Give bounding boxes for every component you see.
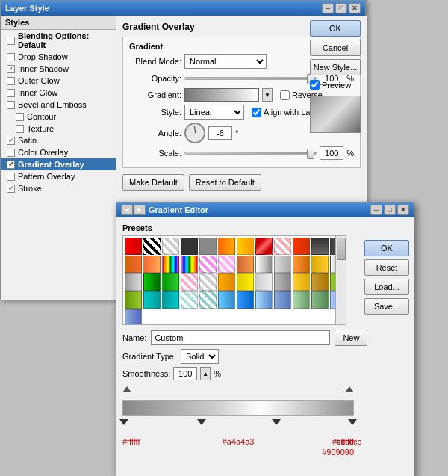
preset-swatch-29[interactable]: [218, 273, 235, 291]
sidebar-item-pattern-overlay[interactable]: Pattern Overlay: [1, 170, 116, 182]
preset-swatch-43[interactable]: [255, 291, 273, 309]
sidebar-item-inner-shadow[interactable]: ✓Inner Shadow: [1, 63, 116, 75]
checkbox-gradient-overlay[interactable]: ✓: [7, 161, 15, 169]
make-default-button[interactable]: Make Default: [122, 174, 184, 191]
align-layer-checkbox[interactable]: [252, 108, 261, 117]
preset-swatch-36[interactable]: [125, 291, 142, 309]
opacity-stop-left[interactable]: [122, 386, 131, 392]
preset-swatch-30[interactable]: [237, 273, 254, 291]
preset-swatch-25[interactable]: [143, 273, 161, 291]
ge-maximize-button[interactable]: □: [384, 205, 396, 215]
scale-slider-thumb[interactable]: [307, 149, 314, 159]
checkbox-stroke[interactable]: ✓: [7, 185, 15, 193]
scale-slider-track[interactable]: [184, 152, 317, 155]
preset-swatch-22[interactable]: [311, 256, 329, 273]
preset-swatch-42[interactable]: [237, 291, 254, 309]
smoothness-input[interactable]: [173, 367, 197, 380]
color-stop-100[interactable]: [348, 419, 357, 425]
preset-swatch-13[interactable]: [143, 256, 161, 273]
sidebar-item-blending-options[interactable]: Blending Options: Default: [1, 30, 116, 51]
preset-swatch-26[interactable]: [162, 273, 179, 291]
preset-swatch-16[interactable]: [199, 256, 217, 273]
preset-swatch-14[interactable]: [162, 256, 179, 273]
opacity-slider-track[interactable]: [184, 77, 317, 80]
angle-widget[interactable]: [184, 123, 205, 143]
checkbox-pattern-overlay[interactable]: [7, 173, 15, 181]
preset-swatch-0[interactable]: [125, 238, 142, 255]
preset-swatch-31[interactable]: [255, 273, 273, 291]
name-input[interactable]: [151, 330, 330, 345]
back-arrow[interactable]: ◄: [121, 205, 133, 215]
preset-swatch-17[interactable]: [218, 256, 235, 273]
ge-save-button[interactable]: Save...: [364, 298, 409, 315]
sidebar-item-color-overlay[interactable]: Color Overlay: [1, 146, 116, 158]
sidebar-item-contour[interactable]: Contour: [1, 111, 116, 123]
checkbox-bevel-emboss[interactable]: [7, 101, 15, 109]
checkbox-color-overlay[interactable]: [7, 149, 15, 157]
checkbox-satin[interactable]: ✓: [7, 137, 15, 145]
new-button[interactable]: New: [335, 330, 367, 346]
color-stop-33[interactable]: [197, 419, 206, 425]
preview-checkbox[interactable]: [310, 80, 320, 90]
smoothness-step-btn[interactable]: ▲: [200, 367, 211, 380]
new-style-button[interactable]: New Style...: [310, 59, 361, 75]
forward-arrow[interactable]: ►: [134, 205, 146, 215]
preset-swatch-1[interactable]: [143, 238, 161, 255]
sidebar-item-satin[interactable]: ✓Satin: [1, 135, 116, 146]
preset-swatch-27[interactable]: [181, 273, 198, 291]
cancel-button[interactable]: Cancel: [310, 40, 361, 56]
preset-swatch-37[interactable]: [143, 291, 161, 309]
preset-swatch-4[interactable]: [199, 238, 217, 255]
preset-swatch-2[interactable]: [162, 238, 179, 255]
reset-to-default-button[interactable]: Reset to Default: [189, 174, 261, 191]
ge-minimize-button[interactable]: ─: [370, 205, 382, 215]
gradient-preview[interactable]: [184, 88, 259, 102]
preset-swatch-5[interactable]: [218, 238, 235, 255]
scale-input[interactable]: [320, 146, 343, 160]
preset-swatch-15[interactable]: [181, 256, 198, 273]
ge-close-button[interactable]: ✕: [397, 205, 409, 215]
sidebar-item-bevel-emboss[interactable]: Bevel and Emboss: [1, 99, 116, 111]
preset-swatch-28[interactable]: [199, 273, 217, 291]
preset-swatch-20[interactable]: [274, 256, 291, 273]
close-button[interactable]: ✕: [349, 3, 361, 13]
preset-swatch-24[interactable]: [125, 273, 142, 291]
preset-swatch-41[interactable]: [218, 291, 235, 309]
opacity-stop-right[interactable]: [345, 386, 354, 392]
checkbox-inner-shadow[interactable]: ✓: [7, 65, 15, 73]
preset-swatch-19[interactable]: [255, 256, 273, 273]
checkbox-contour[interactable]: [16, 113, 24, 121]
preset-swatch-9[interactable]: [293, 238, 310, 255]
minimize-button[interactable]: ─: [322, 3, 334, 13]
preset-swatch-34[interactable]: [311, 273, 329, 291]
preset-swatch-18[interactable]: [237, 256, 254, 273]
checkbox-texture[interactable]: [16, 125, 24, 133]
preset-swatch-10[interactable]: [311, 238, 329, 255]
sidebar-item-stroke[interactable]: ✓Stroke: [1, 182, 116, 194]
checkbox-inner-glow[interactable]: [7, 89, 15, 97]
preset-swatch-32[interactable]: [274, 273, 291, 291]
gradient-dropdown-btn[interactable]: ▼: [262, 88, 273, 102]
blend-mode-select[interactable]: Normal: [184, 54, 267, 69]
ge-ok-button[interactable]: OK: [364, 240, 409, 256]
sidebar-item-texture[interactable]: Texture: [1, 123, 116, 135]
sidebar-item-inner-glow[interactable]: Inner Glow: [1, 87, 116, 99]
preset-swatch-46[interactable]: [311, 291, 329, 309]
preset-swatch-38[interactable]: [162, 291, 179, 309]
preset-swatch-3[interactable]: [181, 238, 198, 255]
preset-swatch-21[interactable]: [293, 256, 310, 273]
angle-input[interactable]: [208, 126, 232, 140]
sidebar-item-outer-glow[interactable]: Outer Glow: [1, 75, 116, 87]
preset-swatch-39[interactable]: [181, 291, 198, 309]
checkbox-blending-options[interactable]: [7, 37, 15, 45]
preset-swatch-40[interactable]: [199, 291, 217, 309]
checkbox-outer-glow[interactable]: [7, 77, 15, 85]
sidebar-item-gradient-overlay[interactable]: ✓Gradient Overlay: [1, 158, 116, 170]
ok-button[interactable]: OK: [310, 20, 361, 37]
ge-reset-button[interactable]: Reset: [364, 259, 409, 276]
preset-swatch-12[interactable]: [125, 256, 142, 273]
checkbox-drop-shadow[interactable]: [7, 53, 15, 61]
preset-swatch-8[interactable]: [274, 238, 291, 255]
color-stop-66[interactable]: [272, 419, 281, 425]
reverse-checkbox[interactable]: [280, 90, 290, 100]
